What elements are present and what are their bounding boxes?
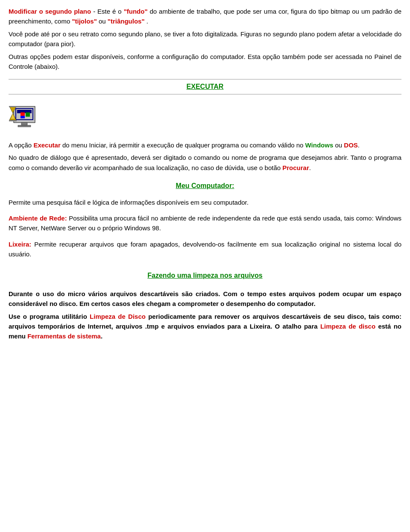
computer-run-icon [9, 103, 43, 133]
lixeira-text: Permite recuperar arquivos que foram apa… [9, 241, 401, 258]
intro-paragraph-2: Você pode até por o seu retrato como seg… [9, 29, 401, 49]
durante-section: Durante o uso do micro vários arquivos d… [9, 289, 401, 341]
intro-dash: - Este é o [93, 8, 124, 15]
durante-p1-strong: Durante o uso do micro vários arquivos d… [9, 290, 401, 307]
intro-paragraph-1: Modificar o segundo plano - Este é o "fu… [9, 7, 401, 26]
run-p2-end: . [309, 164, 311, 171]
run-paragraph-1: A opção Executar do menu Iniciar, irá pe… [9, 140, 401, 150]
meu-computador-section: Meu Computador: [9, 182, 401, 190]
run-end: . [358, 141, 360, 149]
executar-section: EXECUTAR [9, 79, 401, 94]
intro-section: Modificar o segundo plano - Este é o "fu… [9, 7, 401, 71]
durante-p2-end: . [101, 332, 102, 340]
run-procurar: Procurar [282, 164, 309, 171]
svg-rect-7 [21, 123, 27, 125]
limpeza-disco-2: Limpeza de disco [320, 323, 375, 330]
permite-section: Permite uma pesquisa fácil e lógica de i… [9, 197, 401, 207]
triangulos-text: "triângulos" [108, 18, 145, 25]
svg-rect-8 [18, 125, 31, 127]
icon-area [9, 103, 401, 134]
run-section: A opção Executar do menu Iniciar, irá pe… [9, 140, 401, 173]
lixeira-prefix: Lixeira: [9, 241, 31, 248]
svg-rect-11 [9, 106, 17, 107]
lixeira-section: Lixeira: Permite recuperar arquivos que … [9, 239, 401, 259]
ambiente-text: Possibilita uma procura fácil no ambient… [9, 215, 401, 232]
run-executar: Executar [33, 141, 60, 149]
intro-or: ou [99, 18, 108, 25]
run-p2-text: No quadro de diálogo que é apresentado, … [9, 154, 401, 171]
fazendo-section: Fazendo uma limpeza nos arquivos [9, 272, 401, 279]
permite-text: Permite uma pesquisa fácil e lógica de i… [9, 199, 249, 206]
svg-rect-6 [20, 116, 25, 118]
run-dos: DOS [344, 141, 358, 149]
limpeza-disco-1: Limpeza de Disco [90, 313, 146, 320]
intro-paragraph-3: Outras opções podem estar disponíveis, c… [9, 52, 401, 71]
durante-p2-prefix: Use o programa utilitário [9, 313, 90, 320]
ambiente-prefix: Ambiente de Rede: [9, 215, 67, 222]
modificar-text: Modificar o segundo plano [9, 8, 91, 15]
meu-computador-heading[interactable]: Meu Computador: [176, 182, 234, 189]
run-ou: ou [333, 141, 344, 149]
intro-end: . [146, 18, 148, 25]
svg-rect-12 [9, 120, 17, 121]
durante-paragraph-2: Use o programa utilitário Limpeza de Dis… [9, 312, 401, 341]
durante-paragraph-1: Durante o uso do micro vários arquivos d… [9, 289, 401, 309]
fazendo-heading[interactable]: Fazendo uma limpeza nos arquivos [147, 272, 262, 279]
svg-rect-5 [26, 112, 30, 117]
run-middle: do menu Iniciar, irá permitir a execução… [61, 141, 305, 149]
executar-heading[interactable]: EXECUTAR [187, 83, 224, 90]
tijolos-text: "tijolos" [72, 18, 97, 25]
run-paragraph-2: No quadro de diálogo que é apresentado, … [9, 153, 401, 173]
ambiente-section: Ambiente de Rede: Possibilita uma procur… [9, 213, 401, 233]
fundo-text: "fundo" [124, 8, 148, 15]
ferramentas-sistema: Ferramentas de sistema [27, 332, 101, 340]
run-windows: Windows [305, 141, 334, 149]
run-a-opcao: A opção [9, 141, 33, 149]
